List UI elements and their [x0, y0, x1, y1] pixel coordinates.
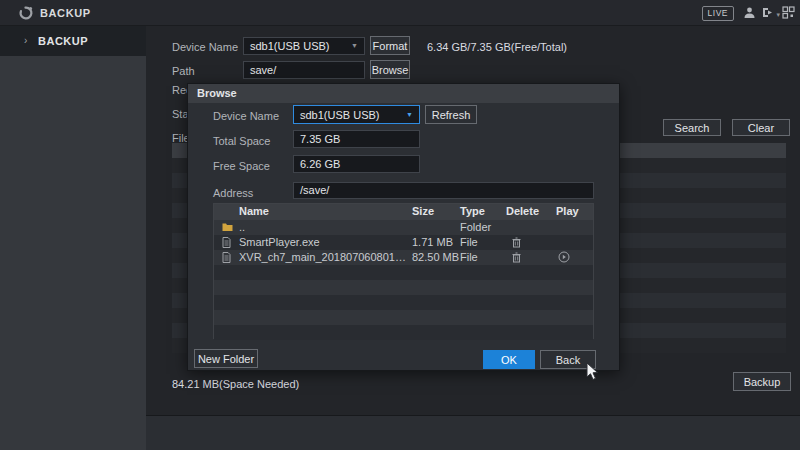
topbar: BACKUP LIVE ▾: [0, 0, 800, 26]
delete-icon[interactable]: [512, 237, 521, 248]
chevron-down-icon: ▼: [351, 38, 358, 54]
new-folder-button[interactable]: New Folder: [194, 349, 258, 368]
logout-caret-icon[interactable]: ▾: [776, 11, 780, 19]
total-space-label: Total Space: [213, 135, 270, 147]
play-icon[interactable]: [558, 251, 570, 263]
table-row-parent-folder[interactable]: .. Folder: [214, 220, 593, 235]
file-table-header: Name Size Type Delete Play: [214, 204, 593, 220]
col-play: Play: [556, 205, 579, 217]
table-row-file[interactable]: XVR_ch7_main_20180706080140_20180... 82.…: [214, 250, 593, 265]
table-row-empty: [214, 280, 593, 295]
dialog-titlebar: Browse: [188, 84, 619, 103]
file-size: 82.50 MB: [412, 251, 459, 263]
ok-button[interactable]: OK: [483, 350, 535, 369]
grid-icon[interactable]: [782, 6, 795, 19]
file-name: ..: [239, 221, 245, 233]
clear-button[interactable]: Clear: [732, 119, 790, 136]
space-needed-text: 84.21 MB(Space Needed): [172, 378, 299, 390]
dialog-title: Browse: [197, 87, 237, 99]
table-row-empty: [214, 295, 593, 310]
chevron-right-icon: ›: [24, 35, 27, 46]
address-input[interactable]: /save/: [293, 182, 594, 199]
dialog-device-name-label: Device Name: [213, 110, 279, 122]
folder-icon: [222, 222, 233, 232]
table-row-empty: [214, 325, 593, 340]
backup-button[interactable]: Backup: [733, 372, 791, 391]
free-space-field: 6.26 GB: [293, 155, 420, 173]
address-label: Address: [213, 187, 253, 199]
col-type: Type: [460, 205, 485, 217]
file-icon: [222, 252, 231, 263]
app-logo-icon: [18, 5, 34, 21]
refresh-button[interactable]: Refresh: [425, 105, 477, 124]
mouse-cursor: [586, 362, 599, 381]
table-row-empty: [214, 310, 593, 325]
file-type: File: [460, 251, 478, 263]
col-size: Size: [412, 205, 434, 217]
free-space-label: Free Space: [213, 160, 270, 172]
table-row-empty: [214, 265, 593, 280]
sidebar: [0, 26, 146, 450]
path-label: Path: [172, 65, 195, 77]
sidebar-item-label: BACKUP: [38, 35, 88, 47]
footer-bar: [146, 415, 800, 450]
device-name-label: Device Name: [172, 41, 238, 53]
logout-icon[interactable]: [761, 6, 774, 19]
device-name-value: sdb1(USB USB): [250, 38, 329, 54]
delete-icon[interactable]: [512, 252, 521, 263]
capacity-text: 6.34 GB/7.35 GB(Free/Total): [427, 41, 567, 53]
user-icon[interactable]: [743, 6, 756, 19]
file-table: Name Size Type Delete Play .. Folder Sma…: [213, 203, 594, 339]
browse-button[interactable]: Browse: [370, 60, 410, 79]
browse-dialog: Browse Device Name sdb1(USB USB) ▼ Refre…: [187, 83, 620, 371]
file-type: Folder: [460, 221, 491, 233]
col-delete: Delete: [506, 205, 539, 217]
file-type: File: [460, 236, 478, 248]
file-name: SmartPlayer.exe: [239, 236, 320, 248]
table-row-file[interactable]: SmartPlayer.exe 1.71 MB File: [214, 235, 593, 250]
page-title: BACKUP: [40, 7, 91, 19]
file-icon: [222, 237, 231, 248]
path-input[interactable]: save/: [243, 61, 365, 79]
col-name: Name: [239, 205, 269, 217]
device-name-select[interactable]: sdb1(USB USB) ▼: [243, 37, 365, 55]
dialog-device-name-value: sdb1(USB USB): [300, 107, 379, 123]
file-name: XVR_ch7_main_20180706080140_20180...: [239, 251, 407, 263]
chevron-down-icon: ▼: [406, 107, 413, 123]
total-space-field: 7.35 GB: [293, 130, 420, 148]
sidebar-item-backup[interactable]: › BACKUP: [0, 26, 146, 56]
format-button[interactable]: Format: [370, 36, 410, 55]
search-button[interactable]: Search: [663, 119, 721, 136]
dialog-device-name-select[interactable]: sdb1(USB USB) ▼: [293, 105, 420, 124]
live-button[interactable]: LIVE: [702, 6, 734, 21]
file-size: 1.71 MB: [412, 236, 453, 248]
